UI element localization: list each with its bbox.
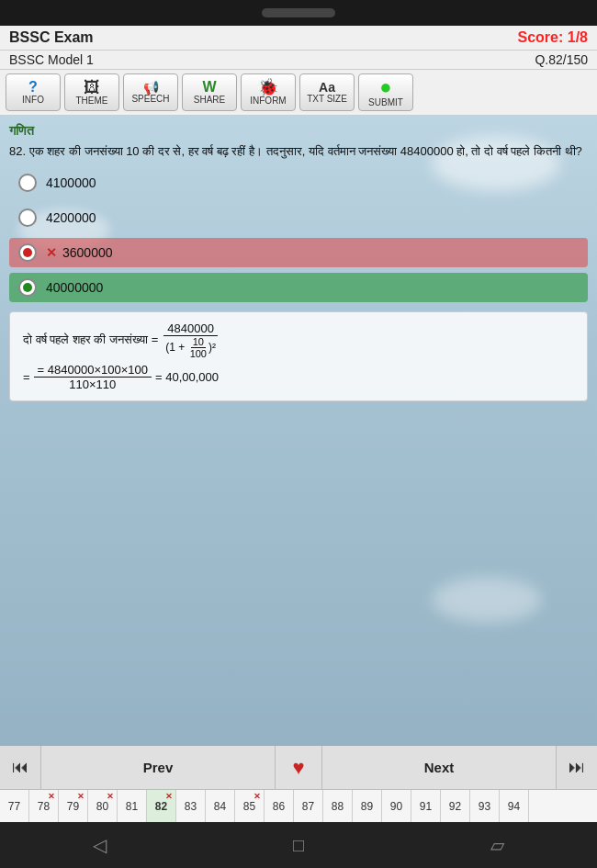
app-container: BSSC Exam Score: 1/8 BSSC Model 1 Q.82/1… — [0, 26, 597, 822]
q-num-86[interactable]: 86 — [265, 790, 294, 822]
prev-label: Prev — [143, 760, 174, 775]
navigation-bar: ⏮ Prev ♥ Next ⏭ — [0, 745, 597, 789]
solution-content: दो वर्ष पहले शहर की जनसंख्या = 4840000 (… — [23, 321, 574, 391]
sol-line1: दो वर्ष पहले शहर की जनसंख्या = — [23, 333, 158, 347]
q-num-88[interactable]: 88 — [323, 790, 353, 822]
q-num-92[interactable]: 92 — [441, 790, 470, 822]
heart-button[interactable]: ♥ — [276, 746, 321, 789]
equals-sign: = — [23, 370, 30, 384]
fraction-block: 4840000 (1 + 10100)² — [162, 321, 220, 359]
question-text: 82. एक शहर की जनसंख्या 10 की दर से, हर व… — [9, 142, 588, 161]
next-button[interactable]: Next — [321, 746, 557, 789]
info-label: INFO — [22, 95, 44, 105]
share-label: SHARE — [194, 95, 225, 105]
option-a[interactable]: 4100000 — [9, 168, 588, 197]
radio-d-inner — [23, 283, 32, 292]
prev-button[interactable]: Prev — [40, 746, 276, 789]
fraction-numerator: 4840000 — [163, 321, 218, 336]
info-button[interactable]: ? INFO — [6, 73, 61, 111]
fraction-denominator: (1 + 10100)² — [162, 336, 220, 359]
inform-button[interactable]: 🐞 INFORM — [241, 73, 296, 111]
radio-a — [18, 174, 37, 192]
inner-num: 10 — [191, 336, 206, 348]
calc-denominator: 110×110 — [65, 378, 119, 391]
last-question-button[interactable]: ⏭ — [557, 746, 597, 789]
inform-icon: 🐞 — [258, 79, 278, 96]
q-num-94[interactable]: 94 — [500, 790, 529, 822]
option-c[interactable]: ✕ 3600000 — [9, 238, 588, 267]
q-num-84[interactable]: 84 — [206, 790, 235, 822]
app-header: BSSC Exam Score: 1/8 — [0, 26, 597, 51]
submit-icon: ● — [379, 77, 391, 97]
q-num-93[interactable]: 93 — [470, 790, 500, 822]
option-d-text: 40000000 — [46, 280, 103, 295]
option-b[interactable]: 4200000 — [9, 203, 588, 232]
first-icon: ⏮ — [12, 758, 28, 777]
share-icon: W — [202, 80, 216, 95]
radio-d — [18, 278, 37, 297]
status-bar — [0, 0, 597, 26]
theme-button[interactable]: 🖼 THEME — [64, 73, 119, 111]
q-num-87[interactable]: 87 — [294, 790, 323, 822]
first-question-button[interactable]: ⏮ — [0, 746, 40, 789]
txtsize-label: TXT SIZE — [307, 94, 347, 104]
home-button[interactable]: □ — [293, 835, 304, 856]
score-display: Score: 1/8 — [518, 29, 588, 46]
q-num-80[interactable]: 80✕ — [88, 790, 118, 822]
inner-den: 100 — [188, 348, 208, 359]
wrong-mark-c: ✕ — [46, 245, 57, 260]
inform-label: INFORM — [250, 96, 286, 106]
question-body: एक शहर की जनसंख्या 10 की दर से, हर वर्ष … — [26, 144, 582, 158]
next-label: Next — [424, 760, 455, 775]
q-num-85[interactable]: 85✕ — [235, 790, 265, 822]
option-b-text: 4200000 — [46, 210, 96, 225]
q-num-83[interactable]: 83 — [176, 790, 206, 822]
radio-c-inner — [23, 248, 32, 257]
info-icon: ? — [28, 80, 38, 95]
subject-label: गणित — [9, 123, 588, 139]
q-num-90[interactable]: 90 — [382, 790, 411, 822]
q-num-77[interactable]: 77 — [0, 790, 29, 822]
denom-open: (1 + — [165, 340, 187, 353]
calc-fraction: = 4840000×100×100 110×110 — [34, 363, 152, 391]
radio-c — [18, 243, 37, 262]
q-num-79[interactable]: 79✕ — [59, 790, 88, 822]
solution-box: दो वर्ष पहले शहर की जनसंख्या = 4840000 (… — [9, 311, 588, 401]
speech-label: SPEECH — [131, 94, 169, 104]
share-button[interactable]: W SHARE — [182, 73, 237, 111]
q-num-82[interactable]: 82✕ — [147, 790, 176, 822]
denom-close: )² — [208, 340, 216, 353]
formula-block: दो वर्ष पहले शहर की जनसंख्या = 4840000 (… — [23, 321, 574, 359]
q-num-89[interactable]: 89 — [353, 790, 382, 822]
speech-button[interactable]: 📢 SPEECH — [123, 73, 178, 111]
txtsize-button[interactable]: Aa TXT SIZE — [299, 73, 355, 111]
q-num-91[interactable]: 91 — [411, 790, 441, 822]
last-icon: ⏭ — [569, 758, 585, 777]
calc-line: = = 4840000×100×100 110×110 = 40,00,000 — [23, 363, 574, 391]
android-navigation: ◁ □ ▱ — [0, 822, 597, 868]
submit-button[interactable]: ● SUBMIT — [358, 73, 413, 111]
calc-numerator: = 4840000×100×100 — [34, 363, 152, 378]
theme-label: THEME — [76, 96, 108, 106]
inner-fraction: 10100 — [188, 336, 208, 359]
back-button[interactable]: ◁ — [93, 834, 107, 856]
question-number: 82. — [9, 144, 26, 158]
option-a-text: 4100000 — [46, 175, 96, 190]
question-strip: 7778✕79✕80✕8182✕838485✕86878889909192939… — [0, 789, 597, 822]
submit-label: SUBMIT — [368, 97, 403, 107]
model-name: BSSC Model 1 — [9, 52, 94, 67]
formula-inner: दो वर्ष पहले शहर की जनसंख्या = 4840000 (… — [23, 321, 220, 359]
sub-header: BSSC Model 1 Q.82/150 — [0, 51, 597, 70]
q-num-78[interactable]: 78✕ — [29, 790, 59, 822]
radio-b — [18, 209, 37, 227]
option-c-text: 3600000 — [62, 245, 113, 260]
theme-icon: 🖼 — [84, 79, 100, 96]
recent-button[interactable]: ▱ — [490, 834, 504, 856]
option-d[interactable]: 40000000 — [9, 273, 588, 302]
q-num-81[interactable]: 81 — [118, 790, 147, 822]
toolbar: ? INFO 🖼 THEME 📢 SPEECH W SHARE 🐞 I — [0, 70, 597, 116]
app-content: BSSC Exam Score: 1/8 BSSC Model 1 Q.82/1… — [0, 26, 597, 822]
speech-icon: 📢 — [143, 81, 159, 94]
txtsize-icon: Aa — [319, 81, 335, 94]
status-pill — [262, 8, 335, 17]
